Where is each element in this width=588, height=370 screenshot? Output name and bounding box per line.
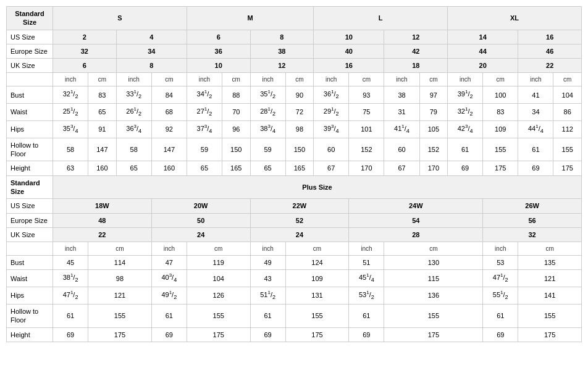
hips-42-75-cm: 109 <box>483 121 518 138</box>
us-2: 2 <box>53 30 117 44</box>
bust-35-5-cm: 90 <box>285 86 313 104</box>
plus-eu-50: 50 <box>151 213 250 227</box>
height-69-1-inch: 69 <box>448 161 483 175</box>
plus-waist-45-25-cm: 115 <box>384 270 483 287</box>
plus-height-69-3-inch: 69 <box>250 327 285 342</box>
height-67-1-cm: 170 <box>349 161 384 175</box>
unit-label-empty <box>7 73 53 86</box>
plus-bust-47-inch: 47 <box>151 256 187 270</box>
uk-22: 22 <box>518 59 582 73</box>
bust-35-5-inch: 351/2 <box>250 86 285 104</box>
hips-44-25-inch: 441/4 <box>518 121 553 138</box>
uk-16: 16 <box>314 59 384 73</box>
plus-htf-61-2-cm: 155 <box>187 304 250 327</box>
hips-42-75-inch: 423/4 <box>448 121 483 138</box>
plus-waist-row: Waist 381/2 98 403/4 104 43 109 451/4 11… <box>7 270 582 287</box>
plus-unit-empty <box>7 242 53 256</box>
plus-unit-inch-5: inch <box>483 242 518 256</box>
hips-39-75-inch: 393/4 <box>314 121 349 138</box>
us-8: 8 <box>250 30 314 44</box>
plus-waist-38-5-cm: 98 <box>88 270 152 287</box>
plus-size-section-label: Plus Size <box>53 175 582 199</box>
bust-row: Bust 321/2 83 331/2 84 341/2 88 351/2 90… <box>7 86 582 104</box>
us-size-label: US Size <box>7 30 53 44</box>
plus-bust-49-inch: 49 <box>250 256 285 270</box>
plus-22w: 22W <box>250 199 349 213</box>
unit-cm-3: cm <box>222 73 250 86</box>
eu-34: 34 <box>116 44 187 58</box>
plus-europe-size-label: Europe Size <box>7 213 53 227</box>
waist-26-5-cm: 68 <box>151 104 187 121</box>
htf-58-2-cm: 147 <box>151 138 187 161</box>
plus-bust-47-cm: 119 <box>187 256 250 270</box>
eu-40: 40 <box>314 44 384 58</box>
bust-32-5-inch: 321/2 <box>53 86 88 104</box>
bust-34-5-inch: 341/2 <box>187 86 222 104</box>
bust-34-5-cm: 88 <box>222 86 250 104</box>
htf-61-1-inch: 61 <box>448 138 483 161</box>
height-69-2-inch: 69 <box>518 161 553 175</box>
waist-29-5-cm: 75 <box>349 104 384 121</box>
plus-height-69-1-cm: 175 <box>88 327 152 342</box>
uk-12: 12 <box>250 59 314 73</box>
plus-unit-inch-1: inch <box>53 242 88 256</box>
bust-32-5-cm: 83 <box>88 86 116 104</box>
hips-38-75-cm: 98 <box>285 121 313 138</box>
plus-bust-49-cm: 124 <box>285 256 349 270</box>
height-67-1-inch: 67 <box>314 161 349 175</box>
plus-unit-row: inch cm inch cm inch cm inch cm inch cm <box>7 242 582 256</box>
htf-60-1-inch: 60 <box>314 138 349 161</box>
unit-cm-6: cm <box>419 73 447 86</box>
bust-33-5-cm: 84 <box>151 86 187 104</box>
waist-28-5-cm: 72 <box>285 104 313 121</box>
plus-unit-inch-3: inch <box>250 242 285 256</box>
plus-hips-49-5-inch: 491/2 <box>151 287 187 305</box>
us-6: 6 <box>187 30 250 44</box>
bust-41-inch: 41 <box>518 86 553 104</box>
bust-label: Bust <box>7 86 53 104</box>
eu-32: 32 <box>53 44 117 58</box>
bust-38-cm: 97 <box>419 86 447 104</box>
plus-europe-size-row: Europe Size 48 50 52 54 56 <box>7 213 582 227</box>
waist-label: Waist <box>7 104 53 121</box>
htf-59-1-cm: 150 <box>222 138 250 161</box>
plus-htf-61-5-cm: 155 <box>518 304 582 327</box>
hollow-to-floor-row: Hollow to Floor 58 147 58 147 59 150 59 … <box>7 138 582 161</box>
unit-inch-5: inch <box>314 73 349 86</box>
plus-hips-47-5-cm: 121 <box>88 287 152 305</box>
plus-hips-53-5-inch: 531/2 <box>349 287 384 305</box>
plus-unit-cm-1: cm <box>88 242 152 256</box>
height-63-inch: 63 <box>53 161 88 175</box>
us-16: 16 <box>518 30 582 44</box>
us-14: 14 <box>448 30 518 44</box>
m-header: M <box>187 7 313 30</box>
eu-42: 42 <box>384 44 448 58</box>
plus-waist-45-25-inch: 451/4 <box>349 270 384 287</box>
plus-waist-40-75-inch: 403/4 <box>151 270 187 287</box>
plus-18w: 18W <box>53 199 152 213</box>
plus-height-69-3-cm: 175 <box>285 327 349 342</box>
plus-unit-cm-5: cm <box>518 242 582 256</box>
waist-31-cm: 79 <box>419 104 447 121</box>
plus-waist-47-5-cm: 121 <box>518 270 582 287</box>
hips-39-75-cm: 101 <box>349 121 384 138</box>
unit-cm-5: cm <box>349 73 384 86</box>
plus-waist-43-cm: 109 <box>285 270 349 287</box>
uk-10: 10 <box>187 59 250 73</box>
waist-26-5-inch: 261/2 <box>116 104 151 121</box>
plus-26w: 26W <box>483 199 582 213</box>
plus-htf-61-2-inch: 61 <box>151 304 187 327</box>
plus-unit-cm-2: cm <box>187 242 250 256</box>
plus-htf-61-3-inch: 61 <box>250 304 285 327</box>
plus-bust-row: Bust 45 114 47 119 49 124 51 130 53 135 <box>7 256 582 270</box>
plus-eu-56: 56 <box>483 213 582 227</box>
bust-39-5-cm: 100 <box>483 86 518 104</box>
plus-bust-51-cm: 130 <box>384 256 483 270</box>
htf-58-1-inch: 58 <box>53 138 88 161</box>
bust-41-cm: 104 <box>553 86 582 104</box>
plus-waist-40-75-cm: 104 <box>187 270 250 287</box>
plus-unit-cm-3: cm <box>285 242 349 256</box>
us-4: 4 <box>116 30 187 44</box>
plus-bust-53-cm: 135 <box>518 256 582 270</box>
htf-58-2-inch: 58 <box>116 138 151 161</box>
